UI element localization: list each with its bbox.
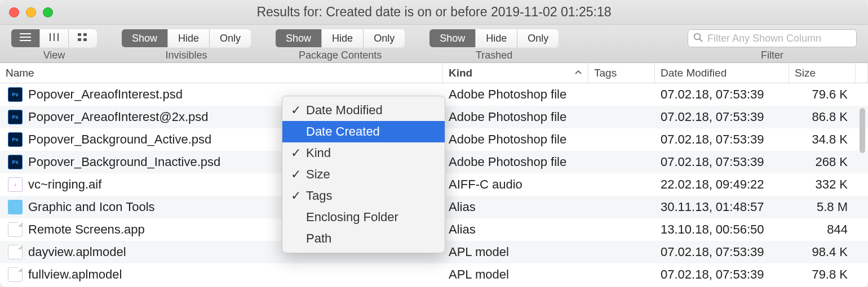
view-label: View bbox=[43, 50, 65, 61]
invisibles-label: Invisibles bbox=[166, 50, 207, 61]
trashed-show-button[interactable]: Show bbox=[429, 29, 475, 47]
doc-icon bbox=[8, 267, 23, 282]
view-columns-button[interactable] bbox=[39, 29, 68, 47]
trashed-only-button[interactable]: Only bbox=[517, 29, 559, 47]
menu-item[interactable]: ✓Date Modified bbox=[282, 100, 445, 121]
file-date: 30.11.13, 01:48:57 bbox=[655, 200, 789, 214]
menu-item[interactable]: ✓Size bbox=[282, 164, 445, 185]
menu-item-label: Date Modified bbox=[306, 103, 383, 118]
file-name: dayview.aplmodel bbox=[28, 245, 126, 259]
file-kind: AIFF-C audio bbox=[443, 177, 588, 192]
package-segmented: Show Hide Only bbox=[276, 29, 405, 47]
file-date: 07.02.18, 07:53:39 bbox=[655, 245, 789, 259]
close-button[interactable] bbox=[9, 7, 19, 17]
minimize-button[interactable] bbox=[26, 7, 36, 17]
invisibles-group: Show Hide Only Invisibles bbox=[122, 29, 251, 61]
menu-item-label: Size bbox=[306, 167, 330, 182]
menu-item-label: Date Created bbox=[306, 124, 380, 139]
file-size: 98.4 K bbox=[789, 245, 856, 259]
file-date: 07.02.18, 07:53:39 bbox=[655, 87, 789, 102]
file-date: 22.02.18, 09:49:22 bbox=[655, 177, 789, 192]
package-show-button[interactable]: Show bbox=[276, 29, 321, 47]
file-kind: Alias bbox=[443, 200, 588, 214]
menu-item-label: Enclosing Folder bbox=[306, 210, 398, 225]
checkmark-icon: ✓ bbox=[290, 167, 302, 182]
package-label: Package Contents bbox=[299, 50, 382, 61]
package-group: Show Hide Only Package Contents bbox=[276, 29, 405, 61]
menu-item[interactable]: ✓Kind bbox=[282, 142, 445, 164]
svg-line-11 bbox=[699, 39, 702, 42]
table-row[interactable]: fullview.aplmodelAPL model07.02.18, 07:5… bbox=[0, 263, 868, 286]
menu-item[interactable]: Date Created bbox=[282, 121, 445, 142]
psd-icon: Ps bbox=[8, 87, 23, 102]
psd-icon: Ps bbox=[8, 110, 23, 124]
menu-item[interactable]: Path bbox=[282, 228, 445, 249]
file-kind: Adobe Photoshop file bbox=[443, 110, 588, 124]
window-controls bbox=[9, 7, 53, 17]
sort-asc-icon bbox=[574, 67, 582, 79]
col-size[interactable]: Size bbox=[789, 63, 856, 83]
file-date: 07.02.18, 07:53:39 bbox=[655, 132, 789, 147]
file-size: 79.8 K bbox=[789, 267, 856, 282]
file-date: 07.02.18, 07:53:39 bbox=[655, 267, 789, 282]
file-size: 332 K bbox=[789, 177, 856, 192]
file-date: 07.02.18, 07:53:39 bbox=[655, 110, 789, 124]
file-name: Remote Screens.app bbox=[28, 222, 145, 237]
zoom-button[interactable] bbox=[43, 7, 53, 17]
package-only-button[interactable]: Only bbox=[363, 29, 405, 47]
file-name: Popover_AreaofInterest@2x.psd bbox=[28, 110, 209, 124]
file-kind: APL model bbox=[443, 245, 588, 259]
trashed-hide-button[interactable]: Hide bbox=[475, 29, 517, 47]
doc-icon bbox=[8, 245, 23, 259]
file-date: 13.10.18, 00:56:50 bbox=[655, 222, 789, 237]
filter-group: Filter bbox=[688, 29, 857, 61]
columns-icon bbox=[48, 32, 60, 45]
file-name: Graphic and Icon Tools bbox=[28, 200, 155, 214]
svg-rect-8 bbox=[78, 38, 81, 41]
search-icon bbox=[693, 33, 703, 44]
view-segmented bbox=[11, 29, 97, 47]
filter-input[interactable] bbox=[707, 33, 851, 44]
trashed-segmented: Show Hide Only bbox=[429, 29, 559, 47]
svg-rect-9 bbox=[83, 38, 87, 41]
file-size: 844 bbox=[789, 222, 856, 237]
file-kind: Alias bbox=[443, 222, 588, 237]
col-name[interactable]: Name bbox=[0, 63, 443, 83]
menu-item-label: Path bbox=[306, 231, 331, 246]
col-tags[interactable]: Tags bbox=[588, 63, 655, 83]
invisibles-show-button[interactable]: Show bbox=[122, 29, 167, 47]
column-picker-menu: ✓Date ModifiedDate Created✓Kind✓Size✓Tag… bbox=[282, 96, 445, 253]
filter-field[interactable] bbox=[688, 29, 857, 47]
invisibles-hide-button[interactable]: Hide bbox=[167, 29, 209, 47]
menu-item[interactable]: Enclosing Folder bbox=[282, 207, 445, 228]
file-name: Popover_Background_Active.psd bbox=[28, 132, 211, 147]
column-headers: Name Kind Tags Date Modified Size bbox=[0, 63, 868, 83]
file-size: 268 K bbox=[789, 155, 856, 169]
psd-icon: Ps bbox=[8, 132, 23, 147]
scrollbar-thumb[interactable] bbox=[860, 108, 865, 153]
trashed-group: Show Hide Only Trashed bbox=[429, 29, 559, 61]
menu-item[interactable]: ✓Tags bbox=[282, 185, 445, 207]
view-list-button[interactable] bbox=[11, 29, 39, 47]
file-size: 86.8 K bbox=[789, 110, 856, 124]
file-name: Popover_AreaofInterest.psd bbox=[28, 87, 183, 102]
menu-item-label: Kind bbox=[306, 146, 331, 160]
file-kind: Adobe Photoshop file bbox=[443, 132, 588, 147]
col-kind[interactable]: Kind bbox=[443, 63, 588, 83]
package-hide-button[interactable]: Hide bbox=[321, 29, 363, 47]
file-date: 07.02.18, 07:53:39 bbox=[655, 155, 789, 169]
trashed-label: Trashed bbox=[476, 50, 512, 61]
col-date[interactable]: Date Modified bbox=[655, 63, 789, 83]
doc-icon bbox=[8, 222, 23, 237]
checkmark-icon: ✓ bbox=[290, 189, 302, 203]
folder-icon bbox=[8, 200, 23, 214]
invisibles-only-button[interactable]: Only bbox=[209, 29, 251, 47]
window-title: Results for: Created date is on or befor… bbox=[0, 5, 868, 20]
scrollbar[interactable] bbox=[858, 83, 867, 287]
view-group: View bbox=[11, 29, 97, 61]
filter-label: Filter bbox=[761, 50, 783, 61]
view-grid-button[interactable] bbox=[68, 29, 97, 47]
invisibles-segmented: Show Hide Only bbox=[122, 29, 251, 47]
svg-rect-7 bbox=[83, 33, 87, 36]
file-size: 34.8 K bbox=[789, 132, 856, 147]
